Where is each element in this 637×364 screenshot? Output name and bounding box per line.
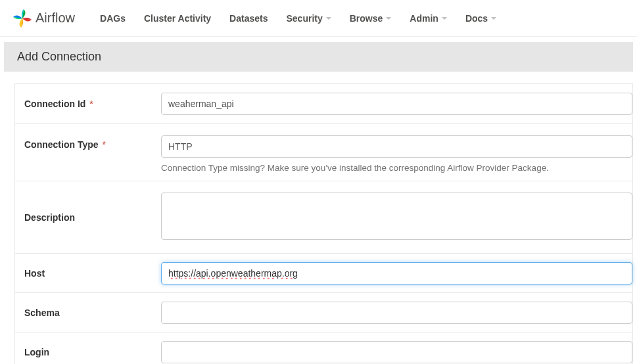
row-schema: Schema	[15, 293, 632, 332]
nav-cluster-label: Cluster Activity	[144, 13, 211, 24]
label-connection-type: Connection Type *	[15, 135, 161, 150]
row-connection-type: Connection Type * HTTP Connection Type m…	[15, 124, 632, 181]
nav-dags-label: DAGs	[100, 13, 126, 24]
nav-docs[interactable]: Docs	[456, 9, 506, 28]
nav-datasets-label: Datasets	[229, 13, 268, 24]
nav-browse-label: Browse	[350, 13, 383, 24]
nav-security-label: Security	[286, 13, 322, 24]
row-description: Description	[15, 181, 632, 254]
nav-cluster-activity[interactable]: Cluster Activity	[135, 9, 220, 28]
connection-type-value: HTTP	[168, 141, 193, 152]
label-schema: Schema	[15, 307, 161, 318]
row-host: Host	[15, 254, 632, 293]
connection-type-hint: Connection Type missing? Make sure you'v…	[161, 163, 632, 173]
description-textarea[interactable]	[161, 193, 632, 240]
brand-name: Airflow	[35, 11, 75, 26]
nav-admin-label: Admin	[410, 13, 438, 24]
chevron-down-icon	[442, 17, 447, 20]
chevron-down-icon	[326, 17, 331, 20]
label-login: Login	[15, 347, 161, 357]
logo[interactable]: Airflow	[12, 8, 75, 29]
login-input[interactable]	[161, 341, 632, 363]
nav-items: DAGs Cluster Activity Datasets Security …	[91, 9, 506, 28]
required-indicator: *	[100, 139, 106, 150]
connection-form: Connection Id * Connection Type * HTTP C…	[14, 83, 633, 364]
chevron-down-icon	[386, 17, 391, 20]
label-connection-id-text: Connection Id	[24, 99, 85, 109]
label-connection-type-text: Connection Type	[24, 139, 99, 150]
airflow-pinwheel-icon	[12, 8, 33, 29]
nav-browse[interactable]: Browse	[341, 9, 401, 28]
row-connection-id: Connection Id *	[15, 84, 632, 124]
nav-docs-label: Docs	[465, 13, 488, 24]
page-title: Add Connection	[4, 42, 633, 72]
nav-admin[interactable]: Admin	[400, 9, 456, 28]
nav-datasets[interactable]: Datasets	[220, 9, 277, 28]
label-host: Host	[15, 268, 161, 279]
row-login: Login	[15, 332, 632, 364]
connection-type-select[interactable]: HTTP	[161, 135, 632, 158]
connection-id-input[interactable]	[161, 93, 632, 115]
label-description: Description	[15, 212, 161, 223]
nav-security[interactable]: Security	[277, 9, 340, 28]
chevron-down-icon	[491, 17, 496, 20]
navbar: Airflow DAGs Cluster Activity Datasets S…	[0, 0, 637, 37]
schema-input[interactable]	[161, 302, 632, 324]
host-input[interactable]	[161, 262, 632, 284]
nav-dags[interactable]: DAGs	[91, 9, 135, 28]
label-connection-id: Connection Id *	[15, 99, 161, 109]
required-indicator: *	[87, 99, 93, 109]
